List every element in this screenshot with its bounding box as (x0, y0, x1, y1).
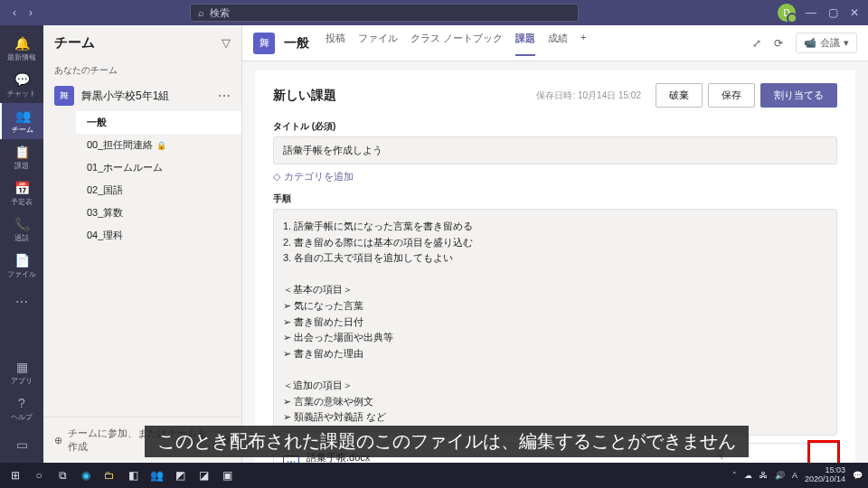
tray-chevron-icon[interactable]: ˄ (732, 471, 737, 480)
team-row[interactable]: 舞 舞黒小学校5年1組 ⋯ (43, 80, 241, 111)
assignment-icon: 📋 (14, 145, 30, 159)
user-avatar[interactable]: D (778, 4, 796, 22)
title-label: タイトル (必須) (273, 120, 837, 133)
lock-icon: 🔒 (156, 141, 166, 150)
taskview-icon[interactable]: ⧉ (52, 465, 72, 485)
teams-icon: 👥 (15, 108, 31, 123)
explorer-icon[interactable]: 🗀 (99, 465, 119, 485)
team-name: 舞黒小学校5年1組 (81, 89, 211, 104)
app-icon[interactable]: ▣ (217, 465, 237, 485)
team-sidebar: チーム ▽ あなたのチーム 舞 舞黒小学校5年1組 ⋯ 一般 00_担任間連絡🔒… (43, 25, 242, 463)
search-placeholder: 検索 (210, 6, 230, 20)
channel-title: 一般 (284, 35, 309, 52)
apps-icon: ▦ (16, 360, 28, 374)
chat-icon: 💬 (14, 72, 30, 87)
search-icon: ⌕ (198, 7, 204, 18)
rail-help[interactable]: ?ヘルプ (0, 390, 43, 427)
camera-icon: 📹 (804, 37, 816, 49)
tab-grades[interactable]: 成績 (548, 30, 568, 56)
chevron-down-icon: ▾ (844, 37, 849, 49)
app-icon[interactable]: ◧ (123, 465, 143, 485)
window-maximize-icon[interactable]: ▢ (826, 6, 839, 19)
tab-notebook[interactable]: クラス ノートブック (410, 30, 503, 56)
calendar-icon: 📅 (14, 181, 30, 195)
assign-button[interactable]: 割り当てる (760, 83, 837, 108)
taskbar-clock[interactable]: 15:03 2020/10/14 (805, 466, 845, 484)
edge-icon[interactable]: ◉ (76, 465, 96, 485)
tray-cloud-icon[interactable]: ☁ (744, 471, 752, 480)
discard-button[interactable]: 破棄 (656, 83, 703, 108)
team-more-icon[interactable]: ⋯ (218, 89, 231, 103)
channel-item[interactable]: 00_担任間連絡🔒 (76, 134, 241, 156)
title-input[interactable]: 語彙手帳を作成しよう (273, 136, 837, 164)
more-icon: ⋯ (15, 295, 28, 309)
start-button[interactable]: ⊞ (5, 465, 25, 485)
app-icon[interactable]: ◩ (170, 465, 190, 485)
add-category-link[interactable]: ◇ カテゴリを追加 (273, 170, 837, 183)
bell-icon: 🔔 (14, 36, 30, 51)
rail-calls[interactable]: 📞通話 (0, 211, 43, 248)
tab-add[interactable]: + (580, 30, 586, 56)
instructions-input[interactable]: 1. 語彙手帳に気になった言葉を書き留める 2. 書き留める際には基本の項目を盛… (273, 209, 837, 436)
tray-ime-icon[interactable]: A (792, 471, 797, 480)
expand-icon[interactable]: ⤢ (752, 37, 761, 50)
attachment-more-button[interactable]: ⋯ (802, 453, 827, 463)
rail-device[interactable]: ▭ (0, 427, 43, 463)
tray-network-icon[interactable]: 🖧 (760, 471, 768, 480)
filter-icon[interactable]: ▽ (222, 36, 231, 50)
channel-header: 舞 一般 投稿 ファイル クラス ノートブック 課題 成績 + ⤢ ⟳ 📹 会議… (242, 25, 868, 61)
rail-files[interactable]: 📄ファイル (0, 248, 43, 284)
join-icon: ⊕ (54, 435, 62, 446)
rail-activity[interactable]: 🔔最新情報 (0, 31, 43, 67)
assignment-form: 新しい課題 保存日時: 10月14日 15:02 破棄 保存 割り当てる タイト… (255, 70, 855, 463)
cortana-icon[interactable]: ○ (29, 465, 49, 485)
teams-taskbar-icon[interactable]: 👥 (146, 465, 166, 485)
title-bar: ‹ › ⌕ 検索 D — ▢ ✕ (0, 0, 868, 25)
search-input[interactable]: ⌕ 検索 (190, 4, 579, 22)
instructions-label: 手順 (273, 192, 837, 205)
file-icon: 📄 (14, 253, 30, 267)
meet-button[interactable]: 📹 会議 ▾ (796, 33, 857, 53)
channel-item[interactable]: 02_国語 (76, 179, 241, 202)
refresh-icon[interactable]: ⟳ (774, 37, 783, 50)
tab-assignments[interactable]: 課題 (515, 30, 535, 56)
window-close-icon[interactable]: ✕ (848, 6, 861, 19)
saved-timestamp: 保存日時: 10月14日 15:02 (536, 89, 641, 102)
form-heading: 新しい課題 (273, 88, 336, 104)
app-rail: 🔔最新情報 💬チャット 👥チーム 📋課題 📅予定表 📞通話 📄ファイル ⋯ ▦ア… (0, 25, 43, 463)
channel-avatar: 舞 (253, 33, 275, 54)
channel-item[interactable]: 01_ホームルーム (76, 156, 241, 179)
sidebar-subhead: あなたのチーム (43, 61, 241, 80)
rail-assignments[interactable]: 📋課題 (0, 139, 43, 175)
tray-notifications-icon[interactable]: 💬 (853, 471, 863, 480)
rail-calendar[interactable]: 📅予定表 (0, 175, 43, 211)
video-caption: このとき配布された課題のこのファイルは、編集することができません (145, 426, 749, 457)
main-area: 舞 一般 投稿 ファイル クラス ノートブック 課題 成績 + ⤢ ⟳ 📹 会議… (242, 25, 868, 463)
tray-volume-icon[interactable]: 🔊 (775, 471, 785, 480)
rail-chat[interactable]: 💬チャット (0, 67, 43, 103)
rail-teams[interactable]: 👥チーム (0, 103, 43, 139)
app-icon[interactable]: ◪ (193, 465, 213, 485)
window-minimize-icon[interactable]: — (805, 6, 817, 19)
tab-posts[interactable]: 投稿 (326, 30, 345, 56)
device-icon: ▭ (16, 437, 28, 452)
channel-item[interactable]: 03_算数 (76, 202, 241, 224)
windows-taskbar: ⊞ ○ ⧉ ◉ 🗀 ◧ 👥 ◩ ◪ ▣ ˄ ☁ 🖧 🔊 A 15:03 2020… (0, 463, 868, 488)
sidebar-title: チーム (54, 34, 95, 52)
channel-item[interactable]: 04_理科 (76, 224, 241, 247)
channel-general[interactable]: 一般 (76, 111, 241, 134)
rail-more[interactable]: ⋯ (0, 284, 43, 320)
phone-icon: 📞 (14, 217, 30, 231)
team-avatar: 舞 (54, 86, 74, 106)
help-icon: ? (18, 396, 25, 410)
tab-files[interactable]: ファイル (358, 30, 398, 56)
save-button[interactable]: 保存 (708, 83, 755, 108)
nav-forward-icon[interactable]: › (24, 6, 38, 19)
nav-back-icon[interactable]: ‹ (7, 6, 22, 19)
channel-list: 一般 00_担任間連絡🔒 01_ホームルーム 02_国語 03_算数 04_理科 (43, 111, 241, 247)
rail-apps[interactable]: ▦アプリ (0, 354, 43, 390)
channel-tabs: 投稿 ファイル クラス ノートブック 課題 成績 + (326, 30, 587, 56)
tag-icon: ◇ (273, 171, 280, 183)
